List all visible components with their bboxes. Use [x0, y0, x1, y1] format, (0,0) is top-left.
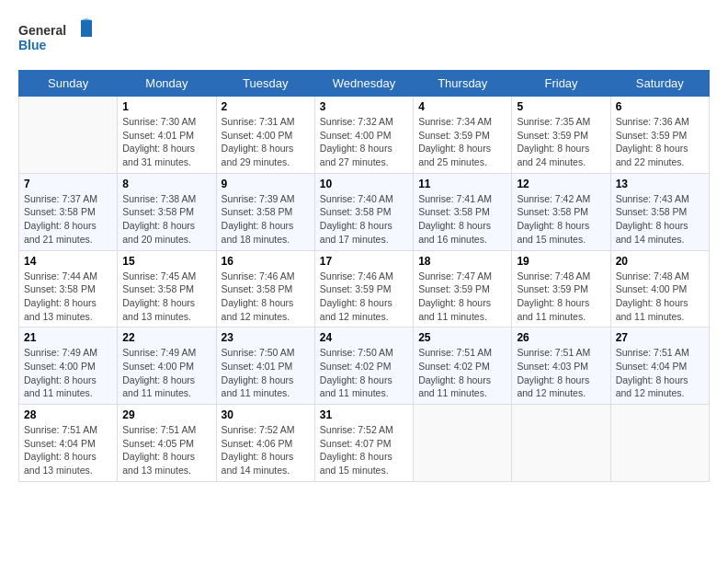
- day-number: 10: [320, 178, 408, 190]
- day-number: 1: [122, 100, 210, 113]
- day-info: Sunrise: 7:45 AMSunset: 3:58 PMDaylight:…: [122, 270, 210, 324]
- day-number: 4: [418, 100, 506, 113]
- calendar-cell: 12Sunrise: 7:42 AMSunset: 3:58 PMDayligh…: [512, 173, 610, 250]
- day-info: Sunrise: 7:46 AMSunset: 3:59 PMDaylight:…: [320, 270, 408, 324]
- day-number: 26: [517, 331, 605, 344]
- day-number: 18: [418, 255, 506, 268]
- calendar-cell: 13Sunrise: 7:43 AMSunset: 3:58 PMDayligh…: [610, 173, 709, 250]
- day-info: Sunrise: 7:49 AMSunset: 4:00 PMDaylight:…: [122, 346, 210, 400]
- logo: General Blue: [18, 18, 92, 55]
- day-number: 31: [320, 408, 408, 421]
- calendar-cell: 16Sunrise: 7:46 AMSunset: 3:58 PMDayligh…: [216, 250, 314, 327]
- day-number: 21: [24, 331, 112, 344]
- calendar-cell: 10Sunrise: 7:40 AMSunset: 3:58 PMDayligh…: [314, 173, 413, 250]
- calendar-week-row: 14Sunrise: 7:44 AMSunset: 3:58 PMDayligh…: [19, 250, 710, 327]
- calendar-cell: 17Sunrise: 7:46 AMSunset: 3:59 PMDayligh…: [314, 250, 413, 327]
- calendar-cell: 26Sunrise: 7:51 AMSunset: 4:03 PMDayligh…: [512, 327, 610, 405]
- day-info: Sunrise: 7:32 AMSunset: 4:00 PMDaylight:…: [320, 115, 408, 169]
- calendar-cell: 25Sunrise: 7:51 AMSunset: 4:02 PMDayligh…: [414, 327, 512, 405]
- calendar-week-row: 7Sunrise: 7:37 AMSunset: 3:58 PMDaylight…: [19, 173, 710, 250]
- calendar-cell: 19Sunrise: 7:48 AMSunset: 3:59 PMDayligh…: [512, 250, 610, 327]
- calendar-cell: 29Sunrise: 7:51 AMSunset: 4:05 PMDayligh…: [118, 405, 216, 482]
- day-info: Sunrise: 7:44 AMSunset: 3:58 PMDaylight:…: [24, 270, 112, 324]
- day-info: Sunrise: 7:48 AMSunset: 4:00 PMDaylight:…: [616, 270, 704, 324]
- svg-marker-2: [81, 20, 92, 37]
- calendar-table: SundayMondayTuesdayWednesdayThursdayFrid…: [18, 70, 710, 482]
- calendar-week-row: 1Sunrise: 7:30 AMSunset: 4:01 PMDaylight…: [19, 97, 710, 174]
- day-info: Sunrise: 7:51 AMSunset: 4:04 PMDaylight:…: [616, 346, 704, 400]
- calendar-cell: [512, 405, 610, 482]
- weekday-header: Saturday: [610, 71, 709, 97]
- day-number: 3: [320, 100, 408, 113]
- svg-marker-3: [81, 18, 92, 20]
- day-info: Sunrise: 7:34 AMSunset: 3:59 PMDaylight:…: [418, 115, 506, 169]
- weekday-header: Friday: [512, 71, 610, 97]
- calendar-week-row: 21Sunrise: 7:49 AMSunset: 4:00 PMDayligh…: [19, 327, 710, 405]
- day-number: 13: [616, 178, 704, 190]
- day-info: Sunrise: 7:49 AMSunset: 4:00 PMDaylight:…: [24, 346, 112, 400]
- calendar-week-row: 28Sunrise: 7:51 AMSunset: 4:04 PMDayligh…: [19, 405, 710, 482]
- day-info: Sunrise: 7:31 AMSunset: 4:00 PMDaylight:…: [222, 115, 310, 169]
- day-info: Sunrise: 7:46 AMSunset: 3:58 PMDaylight:…: [222, 270, 310, 324]
- day-number: 22: [122, 331, 210, 344]
- calendar-cell: 5Sunrise: 7:35 AMSunset: 3:59 PMDaylight…: [512, 97, 610, 174]
- calendar-cell: 14Sunrise: 7:44 AMSunset: 3:58 PMDayligh…: [19, 250, 118, 327]
- day-info: Sunrise: 7:41 AMSunset: 3:58 PMDaylight:…: [418, 192, 506, 247]
- calendar-cell: 24Sunrise: 7:50 AMSunset: 4:02 PMDayligh…: [314, 327, 413, 405]
- day-info: Sunrise: 7:30 AMSunset: 4:01 PMDaylight:…: [122, 115, 210, 169]
- day-number: 29: [122, 408, 210, 421]
- day-number: 23: [222, 331, 310, 344]
- day-number: 15: [122, 255, 210, 268]
- day-number: 12: [517, 178, 605, 190]
- svg-text:General: General: [18, 23, 66, 38]
- day-info: Sunrise: 7:39 AMSunset: 3:58 PMDaylight:…: [222, 192, 310, 247]
- weekday-header: Monday: [118, 71, 216, 97]
- page-header: General Blue: [18, 18, 710, 55]
- day-info: Sunrise: 7:51 AMSunset: 4:02 PMDaylight:…: [418, 346, 506, 400]
- day-info: Sunrise: 7:50 AMSunset: 4:01 PMDaylight:…: [222, 346, 310, 400]
- calendar-cell: 30Sunrise: 7:52 AMSunset: 4:06 PMDayligh…: [216, 405, 314, 482]
- day-number: 28: [24, 408, 112, 421]
- day-number: 24: [320, 331, 408, 344]
- day-info: Sunrise: 7:37 AMSunset: 3:58 PMDaylight:…: [24, 192, 112, 247]
- svg-text:Blue: Blue: [18, 38, 47, 52]
- day-info: Sunrise: 7:38 AMSunset: 3:58 PMDaylight:…: [122, 192, 210, 247]
- calendar-cell: 2Sunrise: 7:31 AMSunset: 4:00 PMDaylight…: [216, 97, 314, 174]
- weekday-header: Thursday: [414, 71, 512, 97]
- day-number: 7: [24, 178, 112, 190]
- day-info: Sunrise: 7:36 AMSunset: 3:59 PMDaylight:…: [616, 115, 704, 169]
- day-number: 14: [24, 255, 112, 268]
- calendar-cell: [414, 405, 512, 482]
- day-number: 2: [222, 100, 310, 113]
- day-info: Sunrise: 7:52 AMSunset: 4:06 PMDaylight:…: [222, 423, 310, 477]
- calendar-cell: 9Sunrise: 7:39 AMSunset: 3:58 PMDaylight…: [216, 173, 314, 250]
- day-number: 27: [616, 331, 704, 344]
- day-info: Sunrise: 7:43 AMSunset: 3:58 PMDaylight:…: [616, 192, 704, 247]
- day-number: 5: [517, 100, 605, 113]
- day-number: 25: [418, 331, 506, 344]
- calendar-cell: 20Sunrise: 7:48 AMSunset: 4:00 PMDayligh…: [610, 250, 709, 327]
- calendar-cell: 8Sunrise: 7:38 AMSunset: 3:58 PMDaylight…: [118, 173, 216, 250]
- calendar-cell: 23Sunrise: 7:50 AMSunset: 4:01 PMDayligh…: [216, 327, 314, 405]
- calendar-header-row: SundayMondayTuesdayWednesdayThursdayFrid…: [19, 71, 710, 97]
- day-info: Sunrise: 7:51 AMSunset: 4:05 PMDaylight:…: [122, 423, 210, 477]
- calendar-cell: [610, 405, 709, 482]
- day-number: 8: [122, 178, 210, 190]
- day-info: Sunrise: 7:51 AMSunset: 4:03 PMDaylight:…: [517, 346, 605, 400]
- weekday-header: Tuesday: [216, 71, 314, 97]
- calendar-cell: 15Sunrise: 7:45 AMSunset: 3:58 PMDayligh…: [118, 250, 216, 327]
- calendar-cell: 31Sunrise: 7:52 AMSunset: 4:07 PMDayligh…: [314, 405, 413, 482]
- day-number: 19: [517, 255, 605, 268]
- calendar-cell: 4Sunrise: 7:34 AMSunset: 3:59 PMDaylight…: [414, 97, 512, 174]
- day-info: Sunrise: 7:40 AMSunset: 3:58 PMDaylight:…: [320, 192, 408, 247]
- day-number: 9: [222, 178, 310, 190]
- calendar-cell: 27Sunrise: 7:51 AMSunset: 4:04 PMDayligh…: [610, 327, 709, 405]
- calendar-cell: 7Sunrise: 7:37 AMSunset: 3:58 PMDaylight…: [19, 173, 118, 250]
- calendar-cell: 22Sunrise: 7:49 AMSunset: 4:00 PMDayligh…: [118, 327, 216, 405]
- day-info: Sunrise: 7:52 AMSunset: 4:07 PMDaylight:…: [320, 423, 408, 477]
- day-number: 6: [616, 100, 704, 113]
- calendar-cell: 6Sunrise: 7:36 AMSunset: 3:59 PMDaylight…: [610, 97, 709, 174]
- calendar-cell: 21Sunrise: 7:49 AMSunset: 4:00 PMDayligh…: [19, 327, 118, 405]
- day-info: Sunrise: 7:50 AMSunset: 4:02 PMDaylight:…: [320, 346, 408, 400]
- day-number: 20: [616, 255, 704, 268]
